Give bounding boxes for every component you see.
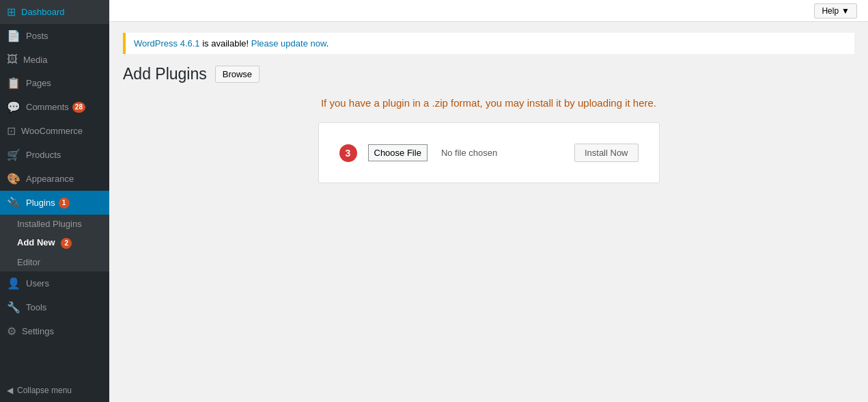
appearance-icon: 🎨 (7, 172, 20, 185)
sidebar-item-users[interactable]: 👤 Users (0, 271, 109, 295)
sidebar-sub-editor[interactable]: Editor (0, 253, 109, 271)
add-new-badge: 2 (61, 238, 72, 249)
users-icon: 👤 (7, 277, 20, 290)
collapse-menu[interactable]: ◀ Collapse menu (0, 379, 109, 402)
topbar: Help ▼ (109, 0, 868, 22)
sidebar-sub-installed-plugins[interactable]: Installed Plugins (0, 215, 109, 233)
sidebar-item-comments[interactable]: 💬 Comments 28 (0, 95, 109, 119)
sidebar-item-label: Media (23, 55, 47, 65)
sidebar-item-woocommerce[interactable]: ⊡ WooCommerce (0, 119, 109, 143)
sidebar-item-label: Pages (26, 78, 51, 88)
comments-icon: 💬 (7, 100, 20, 113)
sidebar-item-dashboard[interactable]: ⊞ Dashboard (0, 0, 109, 24)
update-notice: WordPress 4.6.1 is available! Please upd… (123, 33, 854, 54)
sidebar-item-label: Appearance (26, 174, 74, 184)
help-button[interactable]: Help ▼ (814, 3, 857, 18)
sidebar-item-label: Comments (26, 102, 69, 112)
install-now-button[interactable]: Install Now (574, 144, 639, 162)
settings-icon: ⚙ (7, 325, 16, 338)
woocommerce-icon: ⊡ (7, 124, 16, 137)
page-title: Add Plugins (123, 65, 207, 83)
plugins-icon: 🔌 (7, 196, 20, 209)
sidebar-item-posts[interactable]: 📄 Posts (0, 24, 109, 48)
choose-file-button[interactable]: Choose File (368, 144, 428, 161)
posts-icon: 📄 (7, 29, 20, 42)
comments-badge: 28 (72, 102, 85, 113)
sidebar-item-pages[interactable]: 📋 Pages (0, 71, 109, 95)
notice-text: is available! (200, 38, 251, 49)
sidebar-sub-add-new[interactable]: Add New 2 (0, 233, 109, 253)
browse-button[interactable]: Browse (215, 66, 260, 83)
sidebar-item-label: Plugins (26, 198, 55, 208)
pages-icon: 📋 (7, 77, 20, 90)
sidebar-item-settings[interactable]: ⚙ Settings (0, 319, 109, 343)
plugins-badge: 1 (59, 198, 70, 209)
help-arrow-icon: ▼ (841, 6, 850, 16)
page-header: Add Plugins Browse (123, 65, 854, 83)
sidebar-item-products[interactable]: 🛒 Products (0, 143, 109, 167)
media-icon: 🖼 (7, 53, 18, 66)
collapse-label: Collapse menu (17, 386, 72, 395)
main-area: Help ▼ WordPress 4.6.1 is available! Ple… (109, 0, 868, 402)
products-icon: 🛒 (7, 148, 20, 161)
plugins-submenu: Installed Plugins Add New 2 Editor (0, 215, 109, 271)
sidebar-item-appearance[interactable]: 🎨 Appearance (0, 167, 109, 191)
collapse-icon: ◀ (7, 386, 13, 395)
sidebar-item-label: Products (26, 150, 61, 160)
no-file-text: No file chosen (441, 148, 497, 158)
sidebar-item-label: Settings (22, 326, 54, 336)
upload-box: 3 Choose File No file chosen Install Now (318, 122, 660, 183)
sidebar-item-label: Tools (26, 302, 46, 312)
sidebar-item-label: Users (26, 278, 49, 289)
wp-version-link[interactable]: WordPress 4.6.1 (134, 38, 200, 49)
dashboard-icon: ⊞ (7, 5, 16, 18)
sidebar-item-label: Dashboard (21, 7, 65, 17)
update-link[interactable]: Please update now (251, 38, 326, 49)
tools-icon: 🔧 (7, 301, 20, 314)
upload-description: If you have a plugin in a .zip format, y… (123, 97, 854, 109)
sidebar-item-tools[interactable]: 🔧 Tools (0, 295, 109, 319)
content-area: WordPress 4.6.1 is available! Please upd… (109, 22, 868, 402)
sidebar-item-media[interactable]: 🖼 Media (0, 48, 109, 71)
step-badge: 3 (339, 144, 357, 162)
sidebar: ⊞ Dashboard 📄 Posts 🖼 Media 📋 Pages 💬 Co… (0, 0, 109, 402)
help-label: Help (822, 6, 839, 16)
sidebar-item-label: WooCommerce (21, 126, 83, 136)
sidebar-item-label: Posts (26, 31, 48, 41)
sidebar-item-plugins[interactable]: 🔌 Plugins 1 (0, 191, 109, 215)
